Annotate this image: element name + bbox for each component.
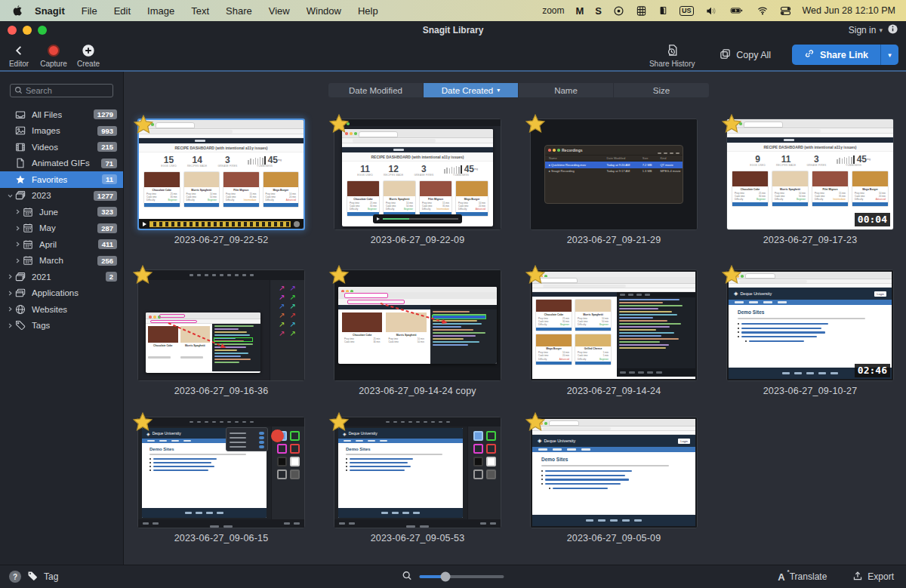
grid-shield-icon[interactable] <box>636 5 647 17</box>
sort-tab-date-modified[interactable]: Date Modified <box>328 83 424 97</box>
deque-heading: Demo Sites <box>541 457 686 462</box>
menu-share[interactable]: Share <box>226 5 252 17</box>
info-icon[interactable] <box>887 23 898 38</box>
recipe-card: Filet MignonPrep time15 minCook time35 m… <box>419 180 452 217</box>
sidebar-item-tags[interactable]: Tags <box>0 318 123 334</box>
count-badge: 71 <box>101 159 117 168</box>
count-badge: 1279 <box>94 109 117 119</box>
library-sidebar: All Files1279Images993Videos215Animated … <box>0 72 124 565</box>
menu-help[interactable]: Help <box>358 5 378 17</box>
favorite-star-icon <box>131 411 154 436</box>
shape-style-swatch <box>277 457 287 466</box>
library-item[interactable]: RECIPE DASHBOARD (with intentional a11y … <box>726 119 894 230</box>
capture-button[interactable]: Capture <box>36 39 71 70</box>
favorite-star-icon <box>720 264 743 289</box>
chevron-right-icon[interactable] <box>12 241 23 248</box>
chevron-right-icon[interactable] <box>5 322 15 329</box>
library-item[interactable]: Chocolate CakePrep time25 minCook time30… <box>530 269 698 381</box>
macos-menu-bar: SnagitFileEditImageTextShareViewWindowHe… <box>0 0 906 21</box>
chevron-right-icon[interactable] <box>12 257 23 264</box>
menu-view[interactable]: View <box>269 5 290 17</box>
sidebar-item-animated-gifs[interactable]: Animated GIFs71 <box>0 155 123 172</box>
sidebar-item-april[interactable]: April411 <box>0 236 123 253</box>
thumbnail-zoom-slider[interactable] <box>420 575 504 578</box>
sidebar-item-all-files[interactable]: All Files1279 <box>0 106 123 123</box>
calendar-icon <box>23 207 33 217</box>
chevron-right-icon[interactable] <box>5 273 15 280</box>
help-button[interactable]: ? <box>9 571 21 583</box>
sidecar-icon[interactable] <box>658 5 668 16</box>
slider-thumb[interactable] <box>441 572 451 582</box>
sidebar-item-march[interactable]: March256 <box>0 253 123 269</box>
library-item[interactable]: RecordingsNameDate ModifiedSizeKind▸ Qui… <box>530 119 698 230</box>
item-thumbnail: RECIPE DASHBOARD (with intentional a11y … <box>334 119 501 229</box>
menu-text[interactable]: Text <box>191 5 209 17</box>
chevron-right-icon[interactable] <box>5 290 15 297</box>
chevron-right-icon[interactable] <box>12 208 23 215</box>
sort-tab-size[interactable]: Size <box>614 83 709 97</box>
sidebar-item-may[interactable]: May287 <box>0 220 123 237</box>
editor-button[interactable]: Editor <box>2 39 36 70</box>
tag-button[interactable]: Tag <box>44 571 58 582</box>
recipe-card: Mega BurgerPrep time10 minCook time20 mi… <box>263 171 300 208</box>
library-item[interactable]: ◈Deque UniversityDemo Sites <box>334 417 501 528</box>
shape-style-swatch <box>486 457 496 466</box>
sort-tab-name[interactable]: Name <box>519 83 614 97</box>
library-item[interactable]: RECIPE DASHBOARD (with intentional a11y … <box>334 119 501 230</box>
library-item[interactable]: RECIPE DASHBOARD (with intentional a11y … <box>137 119 305 230</box>
battery-icon[interactable] <box>729 5 745 16</box>
library-item[interactable]: ↗↗↗↗↗↗↗↗↗↗↗↗Chocolate CakeMorris Spaghet… <box>137 269 305 381</box>
search-input[interactable] <box>26 86 109 95</box>
share-history-button[interactable]: Share History <box>646 40 698 70</box>
sidebar-item-applications[interactable]: Applications <box>0 285 123 302</box>
library-item[interactable]: ◈Deque UniversityLoginDemo Sites <box>530 417 698 528</box>
keyboard-layout-icon[interactable]: US <box>680 6 694 16</box>
sidebar-item-favorites[interactable]: Favorites11 <box>0 171 123 188</box>
zoom-menu-extra[interactable]: zoom <box>542 5 564 16</box>
shape-style-swatch <box>486 469 496 479</box>
deque-heading: Demo Sites <box>738 309 883 315</box>
malwarebytes-icon[interactable]: M <box>576 5 584 17</box>
chevron-down-icon[interactable] <box>5 192 15 199</box>
sidebar-item-label: Applications <box>32 288 79 297</box>
count-badge: 256 <box>97 256 117 266</box>
record-target-icon[interactable] <box>613 5 624 17</box>
years-icon <box>15 190 26 201</box>
library-item[interactable]: ◈Deque UniversityLoginDemo Sites02:46 <box>726 269 894 381</box>
apple-logo-icon[interactable] <box>11 5 23 17</box>
sidebar-item-label: Animated GIFs <box>32 159 90 168</box>
menu-snagit[interactable]: Snagit <box>35 5 65 17</box>
search-field[interactable] <box>10 84 113 97</box>
export-button[interactable]: Export <box>852 571 894 583</box>
share-link-button[interactable]: Share Link <box>792 45 880 65</box>
item-caption: 2023-06-27_09-05-09 <box>530 533 698 543</box>
control-center-icon[interactable] <box>780 5 791 17</box>
sidebar-item-websites[interactable]: Websites <box>0 301 123 318</box>
sidebar-item-videos[interactable]: Videos215 <box>0 139 123 155</box>
library-item[interactable]: Chocolate CakePrep time25 minCook time30… <box>334 269 501 381</box>
sidebar-item-images[interactable]: Images993 <box>0 123 123 140</box>
sidebar-item-june[interactable]: June323 <box>0 204 123 220</box>
sidebar-item-2021[interactable]: 20212 <box>0 269 123 285</box>
translate-button[interactable]: A* Translate <box>778 571 827 583</box>
chevron-right-icon[interactable] <box>5 306 15 312</box>
volume-icon[interactable] <box>705 5 717 17</box>
menu-bar-clock[interactable]: Wed Jun 28 12:10 PM <box>803 5 895 16</box>
sort-tab-date-created[interactable]: Date Created▾ <box>424 83 519 97</box>
chevron-right-icon[interactable] <box>12 225 23 232</box>
menu-image[interactable]: Image <box>147 5 174 17</box>
sign-in-button[interactable]: Sign in ▾ <box>849 25 883 35</box>
copy-all-button[interactable]: Copy All <box>720 48 771 62</box>
arrow-style-swatch: ↗ <box>290 302 296 310</box>
menu-edit[interactable]: Edit <box>114 5 131 17</box>
item-caption: 2023-06-27_09-21-29 <box>530 235 698 245</box>
sidebar-item-2023[interactable]: 20231277 <box>0 188 123 205</box>
wifi-icon[interactable] <box>757 5 769 16</box>
shape-style-swatch <box>290 457 300 466</box>
share-link-dropdown-button[interactable]: ▾ <box>880 45 898 65</box>
library-item[interactable]: ◈Deque UniversityDemo Sites <box>137 417 305 528</box>
menu-window[interactable]: Window <box>307 5 341 17</box>
snagit-status-icon[interactable]: S <box>595 5 602 17</box>
menu-file[interactable]: File <box>82 5 97 17</box>
create-button[interactable]: Create <box>71 39 106 70</box>
